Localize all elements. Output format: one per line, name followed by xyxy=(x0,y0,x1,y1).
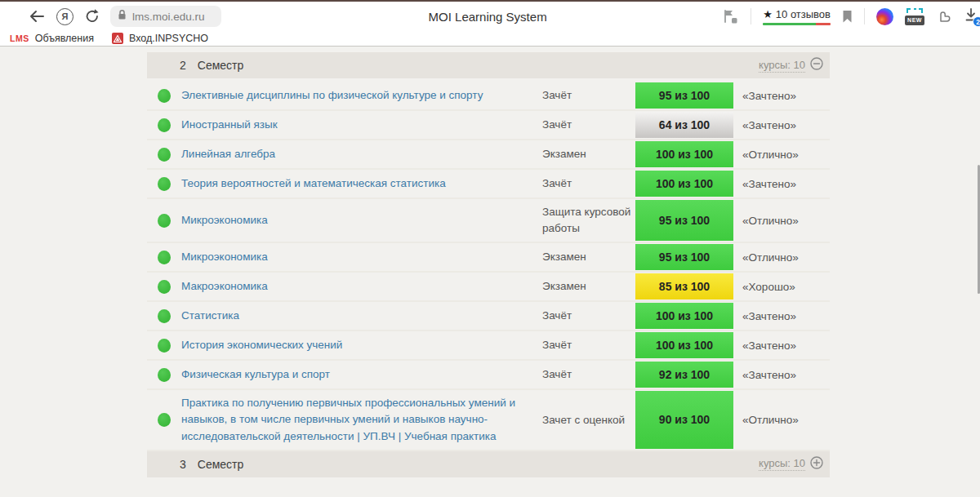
table-row: Физическая культура и спорт Зачёт 92 из … xyxy=(147,361,830,390)
course-link[interactable]: Микроэкономика xyxy=(181,214,268,226)
course-status-dot xyxy=(158,339,171,353)
page-content: 2 Семестр курсы: 10 Элективные дисциплин… xyxy=(0,47,980,496)
table-row: Элективные дисциплины по физической куль… xyxy=(147,82,830,111)
assessment-type: Зачёт xyxy=(542,366,635,383)
star-icon: ★ xyxy=(763,9,773,20)
reviews-rating[interactable]: ★ 10 отзывов xyxy=(763,8,831,25)
score-badge: 85 из 100 xyxy=(635,273,733,300)
inpsycho-favicon xyxy=(112,33,123,44)
expand-plus-icon[interactable] xyxy=(810,456,823,473)
table-row: Теория вероятностей и математическая ста… xyxy=(147,170,830,199)
assessment-type: Зачёт xyxy=(542,308,635,324)
assessment-type: Зачёт xyxy=(542,117,635,133)
course-link[interactable]: Физическая культура и спорт xyxy=(181,368,330,380)
download-count-badge: 2 xyxy=(973,16,980,27)
courses-count-link[interactable]: курсы: 10 xyxy=(759,457,805,471)
course-link[interactable]: Теория вероятностей и математическая ста… xyxy=(181,177,446,189)
yandex-home-button[interactable]: Я xyxy=(56,8,74,25)
course-status-dot xyxy=(158,118,171,132)
course-status-dot xyxy=(158,413,171,427)
course-link[interactable]: Элективные дисциплины по физической куль… xyxy=(181,89,483,101)
course-link[interactable]: Макроэкономика xyxy=(181,280,268,292)
toolbar-separator xyxy=(864,8,865,24)
assessment-type: Зачёт xyxy=(542,337,635,353)
reviews-label: 10 отзывов xyxy=(776,8,831,20)
table-row: Микроэкономика Экзамен 95 из 100 «Отличн… xyxy=(147,243,830,273)
semester-label: Семестр xyxy=(198,458,244,471)
assessment-type: Экзамен xyxy=(542,146,635,162)
semester-2-courses-toggle[interactable]: курсы: 10 xyxy=(759,57,823,73)
bookmark-inpsycho[interactable]: Вход.INPSYCHO xyxy=(129,33,208,44)
assessment-type: Зачёт xyxy=(542,87,635,104)
grade-text: «Зачтено» xyxy=(733,369,830,381)
score-badge: 64 из 100 xyxy=(635,112,733,138)
score-badge: 95 из 100 xyxy=(635,244,733,270)
course-link[interactable]: История экономических учений xyxy=(181,339,342,351)
back-button[interactable] xyxy=(28,8,46,24)
course-link[interactable]: Практика по получению первичных професси… xyxy=(181,397,515,442)
course-link[interactable]: Иностранный язык xyxy=(181,118,278,131)
refresh-button[interactable] xyxy=(84,8,100,24)
bookmark-icon[interactable] xyxy=(842,10,853,24)
score-badge: 90 из 100 xyxy=(635,391,733,449)
course-status-dot xyxy=(158,368,171,382)
grade-text: «Хорошо» xyxy=(733,281,830,293)
course-status-dot xyxy=(158,309,171,323)
assessment-type: Зачёт xyxy=(542,175,635,192)
course-link[interactable]: Статистика xyxy=(181,309,239,322)
assessment-type: Экзамен xyxy=(542,278,635,295)
grade-text: «Отлично» xyxy=(733,414,830,426)
grade-text: «Зачтено» xyxy=(733,119,830,131)
flag-pin-icon[interactable] xyxy=(721,8,739,24)
course-status-dot xyxy=(158,148,171,162)
grade-text: «Зачтено» xyxy=(733,310,830,322)
collapse-minus-icon[interactable] xyxy=(810,57,823,73)
score-badge: 100 из 100 xyxy=(635,141,733,167)
score-badge: 95 из 100 xyxy=(635,82,733,109)
score-badge: 95 из 100 xyxy=(635,200,733,241)
grade-text: «Отлично» xyxy=(733,251,830,264)
toolbar-separator xyxy=(751,8,751,24)
grade-text: «Зачтено» xyxy=(733,90,830,102)
lms-favicon: LMS xyxy=(10,33,29,43)
glove-icon[interactable] xyxy=(936,8,952,24)
grade-text: «Отлично» xyxy=(733,215,830,227)
screenshot-new-icon[interactable]: NEW xyxy=(905,8,924,25)
semester-3-courses-toggle[interactable]: курсы: 10 xyxy=(759,456,823,473)
course-link[interactable]: Линейная алгебра xyxy=(181,148,275,160)
new-badge: NEW xyxy=(905,16,924,25)
bookmark-announcements[interactable]: Объявления xyxy=(35,33,94,44)
course-status-dot xyxy=(158,89,171,103)
page-title: MOI Learning System xyxy=(429,10,547,24)
yandex-letter: Я xyxy=(62,11,69,21)
table-row: Микроэкономика Защита курсовой работы 95… xyxy=(147,199,830,243)
semester-3-header: 3 Семестр курсы: 10 xyxy=(147,451,830,477)
browser-toolbar: Я lms.moi.edu.ru MOI Learning System ★ 1… xyxy=(0,2,980,31)
assessment-type: Экзамен xyxy=(542,249,635,265)
table-row: Практика по получению первичных професси… xyxy=(147,390,830,451)
table-row: Иностранный язык Зачёт 64 из 100 «Зачтен… xyxy=(147,111,830,140)
table-row: Макроэкономика Экзамен 85 из 100 «Хорошо… xyxy=(147,273,830,302)
course-status-dot xyxy=(158,214,171,228)
semester-label: Семестр xyxy=(198,59,244,72)
rating-bar xyxy=(763,23,831,25)
table-row: История экономических учений Зачёт 100 и… xyxy=(147,331,830,361)
score-badge: 100 из 100 xyxy=(635,303,733,329)
grade-text: «Отлично» xyxy=(733,149,830,161)
course-link[interactable]: Микроэкономика xyxy=(181,251,268,263)
extension-color-circle-icon[interactable] xyxy=(876,8,893,25)
course-status-dot xyxy=(158,280,171,294)
course-status-dot xyxy=(158,251,171,264)
courses-count-link[interactable]: курсы: 10 xyxy=(759,59,805,73)
grades-table: 2 Семестр курсы: 10 Элективные дисциплин… xyxy=(147,52,830,477)
downloads-button[interactable]: 2 xyxy=(964,7,980,26)
semester-2-header: 2 Семестр курсы: 10 xyxy=(147,52,830,78)
address-bar[interactable]: lms.moi.edu.ru xyxy=(110,6,221,27)
assessment-type: Зачет с оценкой xyxy=(542,412,635,428)
score-badge: 100 из 100 xyxy=(635,332,733,358)
lock-icon xyxy=(117,9,127,24)
grade-text: «Зачтено» xyxy=(733,339,830,352)
course-rows: Элективные дисциплины по физической куль… xyxy=(147,82,830,451)
score-badge: 92 из 100 xyxy=(635,362,733,388)
url-text: lms.moi.edu.ru xyxy=(132,11,205,23)
